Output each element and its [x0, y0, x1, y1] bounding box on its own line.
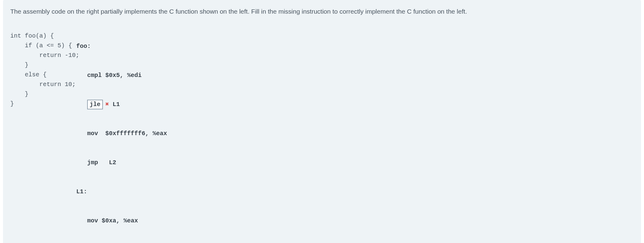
c-source-code: int foo(a) { if (a <= 5) { return -10; }…	[10, 22, 73, 243]
code-columns: int foo(a) { if (a <= 5) { return -10; }…	[10, 22, 634, 243]
assembly-listing: foo: cmpl $0x5, %edi jle ✖ L1 mov $0xfff…	[76, 22, 634, 243]
answer-blank[interactable]: jle	[87, 100, 103, 109]
asm-blank-suffix: L1	[113, 100, 120, 109]
asm-cmpl: cmpl $0x5, %edi	[87, 71, 142, 80]
asm-jmp: jmp L2	[87, 158, 116, 168]
asm-label-foo: foo:	[76, 42, 91, 51]
asm-mov-10: mov $0xa, %eax	[87, 216, 138, 226]
question-panel: The assembly code on the right partially…	[3, 0, 641, 243]
wrong-icon: ✖	[105, 100, 109, 109]
asm-mov-neg10: mov $0xfffffff6, %eax	[87, 129, 167, 138]
question-prompt: The assembly code on the right partially…	[10, 7, 634, 17]
asm-label-l1: L1:	[76, 187, 87, 197]
